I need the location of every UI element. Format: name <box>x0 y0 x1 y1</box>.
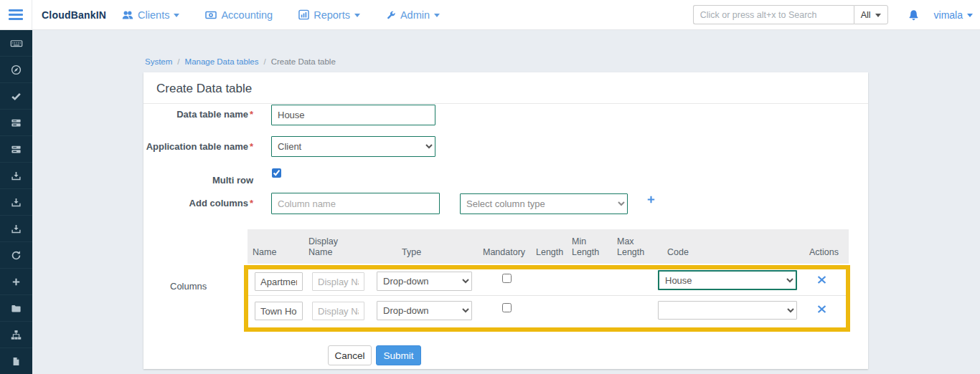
row1-delete-icon[interactable] <box>817 275 826 284</box>
username: vimala <box>934 9 963 21</box>
sidebar-item-add[interactable] <box>0 269 32 295</box>
sidebar-item-file[interactable] <box>0 348 32 374</box>
left-sidebar <box>0 30 32 374</box>
row2-name-input[interactable] <box>255 302 303 320</box>
multi-row-label: Multi row <box>143 175 253 186</box>
download-icon <box>11 224 22 234</box>
column-header-max-length: Max Length <box>617 236 653 258</box>
folder-icon <box>11 303 22 314</box>
application-table-name-select[interactable]: Client <box>271 136 435 157</box>
column-header-min-length: Min Length <box>572 236 606 258</box>
required-asterisk: * <box>250 198 253 208</box>
sidebar-item-keyboard[interactable] <box>0 30 32 57</box>
notifications-bell-icon[interactable] <box>908 9 920 21</box>
menu-item-reports[interactable]: Reports <box>298 9 360 21</box>
row1-name-input[interactable] <box>255 272 303 291</box>
sidebar-item-refresh[interactable] <box>0 242 32 269</box>
breadcrumb: System / Manage Data tables / Create Dat… <box>145 57 336 66</box>
banknote-icon <box>205 9 217 21</box>
cancel-button[interactable]: Cancel <box>328 345 372 365</box>
add-column-plus-icon[interactable] <box>646 195 656 204</box>
menu-item-accounting[interactable]: Accounting <box>205 9 273 21</box>
sitemap-icon <box>11 330 22 340</box>
sidebar-item-folder[interactable] <box>0 295 32 322</box>
sidebar-item-import-3[interactable] <box>0 216 32 242</box>
wrench-icon <box>386 10 396 20</box>
file-icon <box>11 356 21 367</box>
column-header-name: Name <box>253 247 276 258</box>
check-icon <box>11 91 22 102</box>
search-filter-label: All <box>861 10 871 20</box>
row1-display-name-input[interactable] <box>312 272 364 291</box>
app-logo: CloudBankIN <box>42 9 106 21</box>
keyboard-icon <box>10 38 23 49</box>
sidebar-item-server-1[interactable] <box>0 110 32 136</box>
sidebar-item-server-2[interactable] <box>0 136 32 163</box>
menu-label: Reports <box>314 9 350 21</box>
plus-icon <box>11 277 21 287</box>
breadcrumb-separator: / <box>177 57 179 66</box>
column-header-length: Length <box>536 247 563 258</box>
caret-down-icon <box>354 14 360 17</box>
row2-code-select[interactable] <box>658 301 797 320</box>
sidebar-item-sitemap[interactable] <box>0 322 32 348</box>
create-data-table-panel: Create Data table Data table name* Appli… <box>143 72 868 369</box>
column-header-code: Code <box>667 247 689 258</box>
sidebar-item-import-2[interactable] <box>0 189 32 216</box>
sidebar-item-compass[interactable] <box>0 57 32 83</box>
global-search: All <box>693 5 888 24</box>
download-icon <box>11 197 22 208</box>
column-header-mandatory: Mandatory <box>483 247 525 258</box>
search-input[interactable] <box>693 5 854 24</box>
submit-button[interactable]: Submit <box>376 345 421 365</box>
row-divider <box>248 295 846 296</box>
server-icon <box>11 118 22 128</box>
compass-icon <box>11 64 22 75</box>
column-name-input[interactable] <box>271 193 440 214</box>
row1-mandatory-checkbox[interactable] <box>502 274 512 283</box>
breadcrumb-manage-data-tables[interactable]: Manage Data tables <box>185 57 259 66</box>
add-columns-label: Add columns* <box>143 198 253 208</box>
row2-delete-icon[interactable] <box>817 305 826 314</box>
breadcrumb-system[interactable]: System <box>145 57 172 66</box>
breadcrumb-separator: / <box>263 57 265 66</box>
caret-down-icon <box>875 14 881 17</box>
search-filter-button[interactable]: All <box>854 5 888 24</box>
bar-chart-icon <box>298 9 309 20</box>
data-table-name-input[interactable] <box>271 105 435 125</box>
row2-display-name-input[interactable] <box>312 302 364 320</box>
sidebar-item-check[interactable] <box>0 83 32 110</box>
column-type-select[interactable]: Select column type <box>460 193 628 214</box>
column-header-type: Type <box>402 247 421 258</box>
menu-label: Clients <box>138 9 169 21</box>
caret-down-icon <box>967 14 973 17</box>
row1-code-select[interactable]: House <box>658 270 797 290</box>
menu-toggle-button[interactable] <box>0 0 32 30</box>
caret-down-icon <box>174 14 179 17</box>
hamburger-icon <box>9 7 23 22</box>
required-asterisk: * <box>250 141 253 152</box>
refresh-icon <box>11 250 22 261</box>
main-menu: Clients Accounting Reports Admin <box>122 9 440 21</box>
menu-label: Admin <box>400 9 430 21</box>
columns-label: Columns <box>170 281 207 292</box>
server-icon <box>11 144 22 155</box>
navbar-right: All vimala <box>693 5 980 24</box>
top-navbar: CloudBankIN Clients Accounting Reports A… <box>0 0 980 30</box>
row2-mandatory-checkbox[interactable] <box>502 303 512 312</box>
sidebar-item-import-1[interactable] <box>0 163 32 189</box>
menu-item-clients[interactable]: Clients <box>122 9 179 21</box>
user-menu[interactable]: vimala <box>934 9 973 21</box>
users-icon <box>122 9 133 21</box>
menu-item-admin[interactable]: Admin <box>386 9 440 21</box>
multi-row-checkbox[interactable] <box>272 168 281 178</box>
required-asterisk: * <box>250 109 253 120</box>
data-table-name-label: Data table name* <box>143 109 253 120</box>
row2-type-select[interactable]: Drop-down <box>377 301 472 320</box>
page-title: Create Data table <box>143 72 868 104</box>
menu-label: Accounting <box>221 9 273 21</box>
columns-rows-highlight-box: Drop-down House Drop-down <box>244 265 850 332</box>
row1-type-select[interactable]: Drop-down <box>377 272 472 291</box>
column-header-actions: Actions <box>809 247 839 258</box>
columns-table-header: Name Display Name Type Mandatory Length … <box>248 229 849 264</box>
